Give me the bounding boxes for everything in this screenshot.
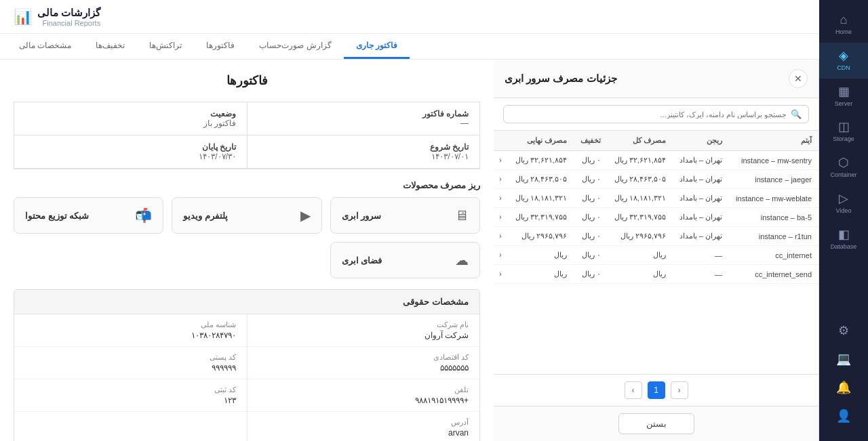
services-grid: 🖥 سرور ابری ▶ پلتفرم ویدیو 📬 شبکه توزیع …: [14, 197, 480, 278]
service-card-2[interactable]: 📬 شبکه توزیع محتوا: [14, 197, 163, 234]
table-row[interactable]: instance – jaeger تهران – بامداد ۲۸,۴۶۳,…: [494, 170, 818, 189]
cell-arrow[interactable]: ‹: [494, 265, 509, 284]
cell-final: ۲۹۶۵,۷۹۶ ریال: [509, 227, 574, 246]
sidebar-item-server[interactable]: ▦ Server: [819, 79, 868, 114]
cell-arrow[interactable]: ‹: [494, 151, 509, 170]
sidebar: ⌂ Home ◈ CDN ▦ Server ◫ Storage ⬡ Contai…: [819, 0, 868, 441]
tab-invoices[interactable]: فاکتورها: [194, 34, 247, 59]
service-card-0[interactable]: 🖥 سرور ابری: [330, 197, 480, 234]
invoice-number-label: شماره فاکتور —: [247, 102, 479, 135]
cell-item: instance – mw-sentry: [729, 151, 818, 170]
cell-arrow[interactable]: ‹: [494, 189, 509, 208]
legal-value-1: ۱۰۳۸۰۲۸۴۷۹۰: [25, 331, 236, 340]
col-final: مصرف نهایی: [509, 131, 574, 151]
tab-invoice-current[interactable]: فاکتور جاری: [344, 34, 410, 59]
col-discount: تخفیف: [574, 131, 608, 151]
table-row[interactable]: instance – ba-5 تهران – بامداد ۳۲,۳۱۹,۷۵…: [494, 208, 818, 227]
search-container: 🔍: [494, 98, 818, 131]
cell-item: instance – r1tun: [729, 227, 818, 246]
cell-discount: ۰ ریال: [574, 151, 608, 170]
settings-icon[interactable]: ⚙: [834, 319, 853, 342]
legal-cell-2: کد اقتصادی ۵۵۵۵۵۵۵: [247, 347, 479, 379]
cell-discount: ۰ ریال: [574, 227, 608, 246]
cell-region: تهران – بامداد: [673, 151, 729, 170]
nav-tabs: مشخصات مالی تخفیف‌ها تراکنش‌ها فاکتورها …: [0, 34, 819, 60]
cell-arrow[interactable]: ‹: [494, 170, 509, 189]
cell-region: تهران – بامداد: [673, 189, 729, 208]
legal-title: مشخصات حقوقی: [14, 290, 479, 314]
close-btn-footer[interactable]: بستن: [618, 413, 694, 434]
tab-invoice-report[interactable]: گزارش صورت‌حساب: [247, 34, 343, 59]
sidebar-item-video[interactable]: ▷ Video: [819, 186, 868, 222]
close-button[interactable]: ✕: [789, 69, 808, 88]
legal-cell-5: کد ثبتی ۱۲۳: [14, 379, 247, 412]
service-icon-1: ▶: [300, 207, 311, 224]
slide-panel: ✕ جزئیات مصرف سرور ابری 🔍 آیتم ریجن مصرف…: [494, 60, 819, 441]
cell-region: —: [673, 265, 729, 284]
topbar-text: گزارشات مالی Financial Reports: [37, 7, 100, 27]
main-area: گزارشات مالی Financial Reports 📊 مشخصات …: [0, 0, 819, 441]
invoice-start-date: تاریخ شروع ۱۴۰۳/۰۷/۰۱: [247, 135, 479, 169]
legal-cell-0: نام شرکت شرکت آروان: [247, 314, 479, 347]
cell-region: تهران – بامداد: [673, 227, 729, 246]
legal-cell-1: شناسه ملی ۱۰۳۸۰۲۸۴۷۹۰: [14, 314, 247, 347]
table-row[interactable]: cc_internet — ریال ۰ ریال ریال ‹: [494, 246, 818, 265]
tab-financial[interactable]: مشخصات مالی: [7, 34, 83, 59]
sidebar-label-storage: Storage: [833, 135, 854, 143]
data-table-container: آیتم ریجن مصرف کل تخفیف مصرف نهایی insta…: [494, 131, 818, 374]
cell-arrow[interactable]: ‹: [494, 208, 509, 227]
page-1[interactable]: 1: [648, 381, 665, 399]
notification-icon[interactable]: 🔔: [832, 376, 855, 399]
cell-total: ریال: [608, 265, 673, 284]
search-icon: 🔍: [791, 109, 802, 119]
legal-label-6: آدرس: [258, 418, 469, 427]
table-row[interactable]: instance – mw-sentry تهران – بامداد ۳۲,۶…: [494, 151, 818, 170]
reports-icon: 📊: [14, 8, 32, 26]
container-icon: ⬡: [838, 156, 849, 169]
legal-value-3: ۹۹۹۹۹۹: [25, 363, 236, 373]
table-row[interactable]: instance – r1tun تهران – بامداد ۲۹۶۵,۷۹۶…: [494, 227, 818, 246]
legal-cell-6: آدرس arvan: [247, 412, 479, 441]
user-icon[interactable]: 👤: [832, 404, 855, 427]
topbar-subtitle: Financial Reports: [37, 19, 100, 27]
page-prev[interactable]: ‹: [671, 381, 688, 399]
invoice-status: وضعیت فاکتور باز: [14, 102, 247, 135]
cell-region: —: [673, 246, 729, 265]
legal-value-4: +۹۸۸۱۹۱۵۱۹۹۹۹: [258, 396, 469, 405]
service-card-1[interactable]: ▶ پلتفرم ویدیو: [172, 197, 321, 234]
table-row[interactable]: cc_internet_send — ریال ۰ ریال ریال ‹: [494, 265, 818, 284]
cell-item: instance – jaeger: [729, 170, 818, 189]
service-label-2: شبکه توزیع محتوا: [25, 211, 89, 221]
sidebar-item-home[interactable]: ⌂ Home: [819, 7, 868, 43]
cell-final: ریال: [509, 265, 574, 284]
cell-final: ۲۸,۴۶۳,۵۰۵ ریال: [509, 170, 574, 189]
table-row[interactable]: instance – mw-weblate تهران – بامداد ۱۸,…: [494, 189, 818, 208]
sidebar-item-container[interactable]: ⬡ Container: [819, 150, 868, 186]
service-label-1: پلتفرم ویدیو: [183, 211, 228, 221]
col-arrow: [494, 131, 509, 151]
search-input[interactable]: [511, 110, 787, 119]
monitor-icon[interactable]: 💻: [832, 348, 855, 371]
database-icon: ◧: [838, 228, 850, 240]
cell-arrow[interactable]: ‹: [494, 246, 509, 265]
sidebar-item-storage[interactable]: ◫ Storage: [819, 114, 868, 150]
invoice-end-date: تاریخ پایان ۱۴۰۳/۰۷/۳۰: [14, 135, 247, 169]
tab-tracking[interactable]: تراکنش‌ها: [137, 34, 194, 59]
sidebar-item-cdn[interactable]: ◈ CDN: [819, 43, 868, 79]
cell-region: تهران – بامداد: [673, 170, 729, 189]
col-region: ریجن: [673, 131, 729, 151]
cell-total: ۲۹۶۵,۷۹۶ ریال: [608, 227, 673, 246]
cell-final: ۳۲,۳۱۹,۷۵۵ ریال: [509, 208, 574, 227]
page-next[interactable]: ›: [625, 381, 642, 399]
legal-section: مشخصات حقوقی نام شرکت شرکت آروان شناسه م…: [14, 289, 480, 441]
service-card-3[interactable]: ☁ فضای ابری: [330, 242, 480, 278]
tab-discounts[interactable]: تخفیف‌ها: [83, 34, 137, 59]
server-icon: ▦: [838, 85, 850, 98]
cell-item: instance – ba-5: [729, 208, 818, 227]
cell-arrow[interactable]: ‹: [494, 227, 509, 246]
sidebar-label-video: Video: [836, 207, 852, 215]
legal-value-6: arvan: [258, 428, 469, 438]
cell-total: ۲۸,۴۶۳,۵۰۵ ریال: [608, 170, 673, 189]
sidebar-item-database[interactable]: ◧ Database: [819, 222, 868, 257]
topbar: گزارشات مالی Financial Reports 📊: [0, 0, 819, 34]
